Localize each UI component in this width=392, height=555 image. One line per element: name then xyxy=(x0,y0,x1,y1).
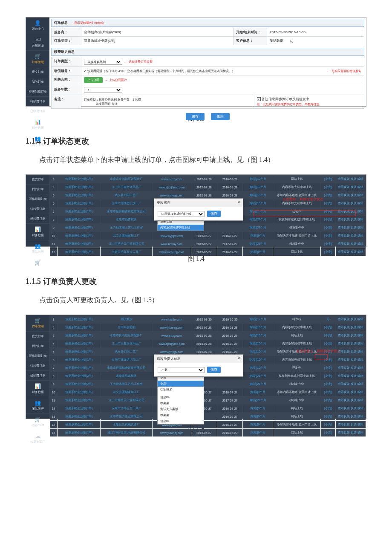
feedback-link[interactable]: 反馈 xyxy=(351,177,357,180)
feedback-link[interactable]: 反馈 xyxy=(351,250,357,253)
view-feedback-link[interactable]: 查看反馈 xyxy=(338,342,350,345)
view-feedback-link[interactable]: 查看反馈 xyxy=(338,226,350,229)
feedback-link[interactable]: 反馈 xyxy=(351,194,357,197)
edit-link[interactable]: 编辑 xyxy=(357,226,363,229)
sidebar-sub-renewed[interactable]: 已续费订单 xyxy=(26,371,49,381)
view-feedback-link[interactable]: 查看反馈 xyxy=(338,194,350,197)
feedback-link[interactable]: 反馈 xyxy=(351,326,357,329)
edit-link[interactable]: 编辑 xyxy=(357,382,363,385)
edit-link[interactable]: 编辑 xyxy=(357,326,363,329)
sidebar-sub-expiring[interactable]: 即将到期订单 xyxy=(26,194,49,204)
view-feedback-link[interactable]: 查看反馈 xyxy=(338,358,350,361)
sidebar-sub-submit[interactable]: 提交订单 xyxy=(26,332,49,341)
view-feedback-link[interactable]: 查看反馈 xyxy=(338,177,350,180)
view-feedback-link[interactable]: 查看反馈 xyxy=(338,390,350,393)
feedback-link[interactable]: 反馈 xyxy=(351,334,357,337)
view-feedback-link[interactable]: 查看反馈 xyxy=(338,242,350,245)
sidebar-sub-myorders[interactable]: 我的订单 xyxy=(26,77,49,87)
edit-link[interactable]: 编辑 xyxy=(357,218,363,221)
sidebar-sub-renewed[interactable]: 已续费订单 xyxy=(26,107,49,116)
feedback-link[interactable]: 反馈 xyxy=(351,210,357,213)
edit-link[interactable]: 编辑 xyxy=(357,210,363,213)
view-feedback-link[interactable]: 查看反馈 xyxy=(338,326,350,329)
view-feedback-link[interactable]: 查看反馈 xyxy=(338,210,350,213)
sidebar-sub-myorders[interactable]: 我的订单 xyxy=(26,185,49,194)
edit-link[interactable]: 编辑 xyxy=(357,185,363,188)
back-button[interactable]: 返回 xyxy=(211,113,230,120)
edit-link[interactable]: 编辑 xyxy=(357,390,363,393)
feedback-link[interactable]: 反馈 xyxy=(351,431,357,434)
edit-link[interactable]: 编辑 xyxy=(357,318,363,321)
sidebar-finance[interactable]: 📊财务数据 xyxy=(26,224,49,240)
feedback-link[interactable]: 反馈 xyxy=(351,350,357,353)
feedback-link[interactable]: 反馈 xyxy=(351,374,357,377)
checkbox-sync-remark[interactable]: ✓ xyxy=(257,97,261,101)
sidebar-crm[interactable]: 🛒销售CRM xyxy=(26,414,49,431)
sidebar-team[interactable]: 👥团队管理 xyxy=(26,133,49,150)
sidebar-dist[interactable]: 🏷分销体系 xyxy=(26,34,49,51)
feedback-link[interactable]: 反馈 xyxy=(351,415,357,418)
sidebar-orders[interactable]: 🛒订单管理 xyxy=(26,315,49,332)
feedback-link[interactable]: 反馈 xyxy=(351,202,357,205)
feedback-link[interactable]: 反馈 xyxy=(351,399,357,402)
sidebar-sub-submit[interactable]: 提交订单 xyxy=(26,175,49,185)
feedback-link[interactable]: 反馈 xyxy=(351,318,357,321)
sidebar-sub-pending[interactable]: 待续费订单 xyxy=(26,97,49,107)
sidebar-finance[interactable]: 📊财务数据 xyxy=(26,381,49,397)
edit-link[interactable]: 编辑 xyxy=(357,399,363,402)
sidebar-ops[interactable]: 👤运营中心 xyxy=(26,17,49,34)
save-button[interactable]: 保存 xyxy=(186,113,205,120)
feedback-link[interactable]: 反馈 xyxy=(351,382,357,385)
feedback-link[interactable]: 反馈 xyxy=(351,226,357,229)
view-feedback-link[interactable]: 查看反馈 xyxy=(338,374,350,377)
feedback-link[interactable]: 反馈 xyxy=(351,234,357,237)
sidebar-sub-myorders[interactable]: 我的订单 xyxy=(26,341,49,351)
edit-link[interactable]: 编辑 xyxy=(357,407,363,410)
view-feedback-link[interactable]: 查看反馈 xyxy=(338,250,350,253)
edit-link[interactable]: 编辑 xyxy=(357,374,363,377)
feedback-link[interactable]: 反馈 xyxy=(351,407,357,410)
edit-link[interactable]: 编辑 xyxy=(357,423,363,426)
view-feedback-link[interactable]: 查看反馈 xyxy=(338,185,350,188)
popup-save-button[interactable]: 保存 xyxy=(207,211,221,217)
edit-link[interactable]: 编辑 xyxy=(357,342,363,345)
sidebar-sub-expiring[interactable]: 即将到期订单 xyxy=(26,351,49,361)
view-feedback-link[interactable]: 查看反馈 xyxy=(338,234,350,237)
feedback-link[interactable]: 反馈 xyxy=(351,390,357,393)
sidebar-sub-submit[interactable]: 提交订单 xyxy=(26,67,49,77)
edit-link[interactable]: 编辑 xyxy=(357,202,363,205)
edit-link[interactable]: 编辑 xyxy=(357,334,363,337)
view-feedback-link[interactable]: 查看反馈 xyxy=(338,415,350,418)
select-owner[interactable]: 小龙 xyxy=(158,367,205,373)
sidebar-orders[interactable]: 🛒订单管理 xyxy=(26,51,49,67)
edit-link[interactable]: 编辑 xyxy=(357,242,363,245)
edit-link[interactable]: 编辑 xyxy=(357,431,363,434)
sidebar-team[interactable]: 👥团队管理 xyxy=(26,240,49,257)
select-order-type[interactable]: 筑巢经典系列 xyxy=(84,59,122,65)
edit-link[interactable]: 编辑 xyxy=(357,234,363,237)
close-icon[interactable]: ✕ xyxy=(237,200,240,205)
sidebar-sub-pending[interactable]: 待续费订单 xyxy=(26,204,49,214)
feedback-link[interactable]: 反馈 xyxy=(351,423,357,426)
upload-contract-button[interactable]: 上传合同 xyxy=(84,77,103,83)
feedback-link[interactable]: 反馈 xyxy=(351,218,357,221)
select-years[interactable]: 1 xyxy=(84,87,122,93)
view-feedback-link[interactable]: 查看反馈 xyxy=(338,399,350,402)
sidebar-sub-pending[interactable]: 待续费订单 xyxy=(26,361,49,371)
view-feedback-link[interactable]: 查看反馈 xyxy=(338,382,350,385)
view-feedback-link[interactable]: 查看反馈 xyxy=(338,431,350,434)
sidebar-finance[interactable]: 📊财务数据 xyxy=(26,116,49,133)
edit-link[interactable]: 编辑 xyxy=(357,350,363,353)
edit-link[interactable]: 编辑 xyxy=(357,358,363,361)
feedback-link[interactable]: 反馈 xyxy=(351,185,357,188)
sidebar-team[interactable]: 👥团队管理 xyxy=(26,397,49,414)
select-status[interactable]: 内容添加完成申请上线 xyxy=(158,211,205,217)
edit-link[interactable]: 编辑 xyxy=(357,177,363,180)
sidebar-sub-expiring[interactable]: 即将到期订单 xyxy=(26,87,49,97)
edit-link[interactable]: 编辑 xyxy=(357,366,363,369)
feedback-link[interactable]: 反馈 xyxy=(351,342,357,345)
view-feedback-link[interactable]: 查看反馈 xyxy=(338,202,350,205)
popup-save-button[interactable]: 保存 xyxy=(207,367,221,373)
feedback-link[interactable]: 反馈 xyxy=(351,366,357,369)
view-feedback-link[interactable]: 查看反馈 xyxy=(338,407,350,410)
